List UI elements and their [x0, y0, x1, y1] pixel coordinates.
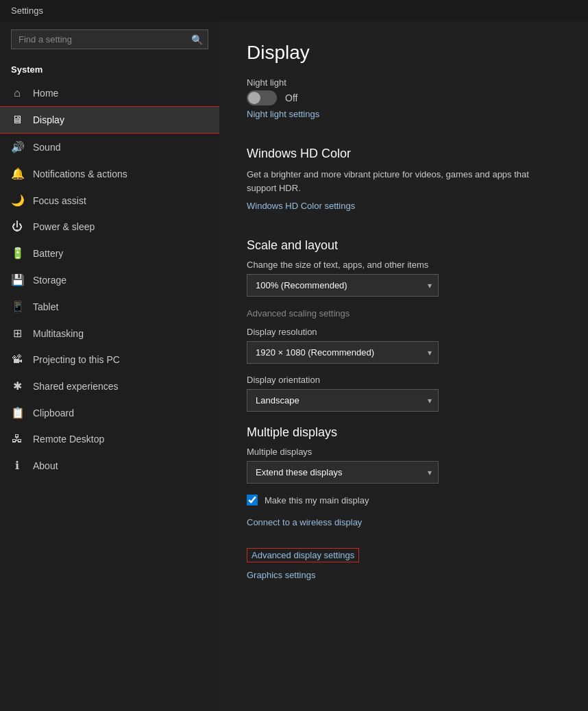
focus-icon: 🌙 — [11, 194, 23, 207]
sidebar-label-sound: Sound — [33, 142, 60, 153]
sidebar-label-battery: Battery — [33, 248, 63, 259]
sidebar-label-tablet: Tablet — [33, 301, 58, 312]
sidebar-label-home: Home — [33, 88, 58, 99]
sidebar-item-sound[interactable]: 🔊 Sound — [0, 134, 219, 160]
sidebar-label-storage: Storage — [33, 275, 66, 286]
sidebar-label-about: About — [33, 460, 58, 471]
main-display-checkbox[interactable] — [247, 495, 258, 506]
sidebar-section-label: System — [0, 60, 219, 80]
home-icon: ⌂ — [11, 87, 23, 99]
hd-color-heading: Windows HD Color — [247, 147, 561, 161]
sidebar-label-clipboard: Clipboard — [33, 408, 74, 419]
page-title: Display — [247, 42, 561, 64]
sidebar-item-display[interactable]: 🖥 Display — [0, 106, 219, 134]
tablet-icon: 📱 — [11, 300, 23, 313]
scale-select[interactable]: 100% (Recommended) 125% 150% 175% — [247, 274, 439, 297]
sidebar-label-shared: Shared experiences — [33, 381, 119, 392]
hd-color-settings-link[interactable]: Windows HD Color settings — [247, 201, 355, 211]
battery-icon: 🔋 — [11, 247, 23, 260]
graphics-link-row: Graphics settings — [247, 569, 561, 594]
shared-icon: ✱ — [11, 379, 23, 392]
about-icon: ℹ — [11, 459, 23, 472]
resolution-dropdown-wrap: Display resolution 1920 × 1080 (Recommen… — [247, 327, 561, 364]
sidebar-label-notifications: Notifications & actions — [33, 169, 127, 179]
sidebar-label-multitasking: Multitasking — [33, 328, 84, 339]
night-light-state: Off — [285, 92, 297, 103]
advanced-scaling-link[interactable]: Advanced scaling settings — [247, 308, 350, 319]
sidebar-item-battery[interactable]: 🔋 Battery — [0, 240, 219, 266]
notifications-icon: 🔔 — [11, 167, 23, 180]
graphics-settings-link[interactable]: Graphics settings — [247, 570, 315, 580]
sidebar: 🔍 System ⌂ Home 🖥 Display 🔊 Sound 🔔 Noti… — [0, 21, 219, 711]
sidebar-item-remote[interactable]: 🖧 Remote Desktop — [0, 426, 219, 452]
sidebar-item-power[interactable]: ⏻ Power & sleep — [0, 214, 219, 240]
sidebar-item-focus[interactable]: 🌙 Focus assist — [0, 187, 219, 214]
sidebar-item-multitasking[interactable]: ⊞ Multitasking — [0, 320, 219, 347]
orientation-dropdown-wrap: Display orientation Landscape Portrait L… — [247, 375, 561, 412]
remote-icon: 🖧 — [11, 433, 23, 445]
orientation-label: Display orientation — [247, 375, 561, 385]
content-area: Display Night light Off Night light sett… — [219, 21, 588, 711]
main-display-checkbox-row: Make this my main display — [247, 495, 561, 506]
search-input[interactable] — [11, 29, 208, 49]
scale-label: Change the size of text, apps, and other… — [247, 260, 561, 270]
sidebar-item-tablet[interactable]: 📱 Tablet — [0, 293, 219, 320]
connect-link-row: Connect to a wireless display — [247, 516, 561, 541]
main-display-label[interactable]: Make this my main display — [265, 495, 369, 506]
projecting-icon: 📽 — [11, 353, 23, 366]
sidebar-item-projecting[interactable]: 📽 Projecting to this PC — [0, 347, 219, 373]
display-icon: 🖥 — [11, 114, 23, 126]
search-container: 🔍 — [11, 29, 208, 49]
sidebar-item-shared[interactable]: ✱ Shared experiences — [0, 373, 219, 399]
sidebar-label-display: Display — [33, 114, 64, 125]
multiple-displays-dropdown-wrap: Multiple displays Extend these displays … — [247, 447, 561, 484]
sidebar-label-focus: Focus assist — [33, 195, 86, 206]
sidebar-label-power: Power & sleep — [33, 221, 95, 232]
multitasking-icon: ⊞ — [11, 327, 23, 340]
sidebar-label-remote: Remote Desktop — [33, 434, 104, 445]
sidebar-item-notifications[interactable]: 🔔 Notifications & actions — [0, 160, 219, 187]
advanced-display-link-row: Advanced display settings — [247, 548, 561, 562]
advanced-display-settings-link[interactable]: Advanced display settings — [247, 548, 359, 562]
storage-icon: 💾 — [11, 273, 23, 286]
night-light-settings-link[interactable]: Night light settings — [247, 109, 319, 119]
toggle-knob — [248, 92, 260, 104]
multiple-displays-select[interactable]: Extend these displays Duplicate these di… — [247, 461, 439, 484]
resolution-label: Display resolution — [247, 327, 561, 337]
clipboard-icon: 📋 — [11, 406, 23, 419]
sidebar-item-about[interactable]: ℹ About — [0, 452, 219, 479]
sidebar-item-storage[interactable]: 💾 Storage — [0, 266, 219, 293]
sound-icon: 🔊 — [11, 140, 23, 153]
title-bar: Settings — [0, 0, 588, 21]
resolution-select[interactable]: 1920 × 1080 (Recommended) 1280 × 720 102… — [247, 341, 439, 364]
scale-dropdown-wrap: Change the size of text, apps, and other… — [247, 260, 561, 297]
sidebar-item-clipboard[interactable]: 📋 Clipboard — [0, 399, 219, 426]
orientation-select[interactable]: Landscape Portrait Landscape (flipped) P… — [247, 389, 439, 412]
multiple-displays-label: Multiple displays — [247, 447, 561, 457]
hd-color-description: Get a brighter and more vibrant picture … — [247, 168, 561, 195]
sidebar-item-home[interactable]: ⌂ Home — [0, 80, 219, 106]
sidebar-label-projecting: Projecting to this PC — [33, 354, 120, 365]
connect-wireless-link[interactable]: Connect to a wireless display — [247, 517, 362, 527]
power-icon: ⏻ — [11, 221, 23, 233]
night-light-label: Night light — [247, 77, 561, 88]
night-light-toggle[interactable] — [247, 90, 277, 105]
search-icon: 🔍 — [191, 34, 203, 45]
app-title: Settings — [11, 5, 43, 16]
scale-layout-heading: Scale and layout — [247, 238, 561, 253]
multiple-displays-heading: Multiple displays — [247, 425, 561, 440]
